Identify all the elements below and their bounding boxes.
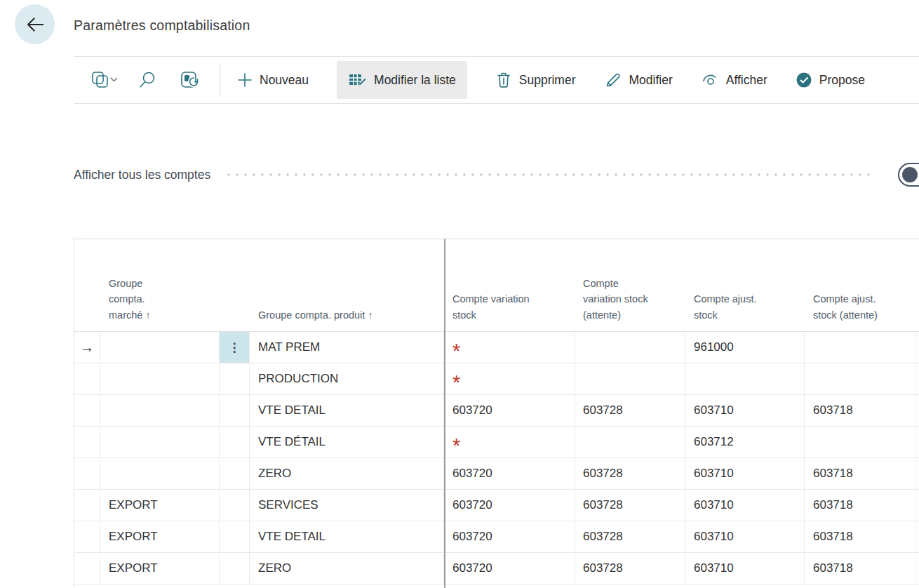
- back-button[interactable]: [15, 4, 55, 44]
- cell-var_stock_att[interactable]: [575, 427, 685, 457]
- column-header-produit[interactable]: Groupe compta. produit ↑: [250, 239, 444, 331]
- cell-produit[interactable]: VTE DETAIL: [250, 395, 444, 426]
- cell-ajust_stock_att[interactable]: [805, 363, 916, 394]
- cell-ajust_stock[interactable]: 603710: [685, 553, 805, 584]
- cell-filler: [916, 521, 919, 552]
- cell-ajust_stock[interactable]: 603710: [685, 458, 805, 489]
- column-header-ajust_stock[interactable]: Compte ajust. stock: [685, 239, 805, 331]
- cell-var_stock[interactable]: *: [444, 332, 575, 363]
- row-menu-cell[interactable]: [220, 490, 250, 521]
- cell-filler: [916, 553, 919, 584]
- show-all-accounts-toggle[interactable]: [898, 163, 919, 187]
- cell-ajust_stock_att[interactable]: [805, 427, 916, 457]
- cell-var_stock[interactable]: *: [444, 427, 575, 457]
- row-selector-cell[interactable]: [74, 395, 100, 426]
- cell-produit[interactable]: ZERO: [250, 458, 444, 489]
- cell-produit[interactable]: ZERO: [250, 553, 444, 584]
- delete-button[interactable]: Supprimer: [495, 61, 576, 99]
- row-menu-cell[interactable]: ⋮: [220, 332, 250, 363]
- edit-list-button[interactable]: Modifier la liste: [337, 61, 467, 99]
- row-menu-cell[interactable]: [220, 427, 250, 457]
- row-selector-cell[interactable]: [74, 427, 100, 457]
- cell-produit[interactable]: VTE DÉTAIL: [250, 427, 444, 457]
- cell-var_stock_att[interactable]: [575, 332, 685, 363]
- row-selector-cell[interactable]: [74, 553, 100, 584]
- cell-ajust_stock[interactable]: 603710: [685, 395, 805, 426]
- cell-marche[interactable]: [100, 363, 220, 394]
- ellipsis-menu-icon[interactable]: ⋮: [229, 342, 241, 354]
- current-row-indicator[interactable]: →: [74, 332, 100, 363]
- row-menu-cell[interactable]: [220, 395, 250, 426]
- row-menu-cell[interactable]: [220, 521, 250, 552]
- row-selector-cell[interactable]: [74, 363, 100, 394]
- cell-var_stock_att[interactable]: 603728: [575, 458, 685, 489]
- cell-ajust_stock[interactable]: 603710: [685, 490, 805, 521]
- cell-var_stock[interactable]: 603720: [444, 458, 575, 489]
- toolbar-divider: [220, 65, 220, 95]
- cell-var_stock[interactable]: 603720: [444, 521, 575, 552]
- table-row: VTE DÉTAIL*603712: [74, 427, 919, 458]
- cell-ajust_stock_att[interactable]: 603718: [805, 521, 916, 552]
- cell-marche[interactable]: [100, 395, 220, 426]
- cell-ajust_stock_att[interactable]: 603718: [805, 490, 916, 521]
- row-selector-cell[interactable]: [74, 490, 100, 521]
- cell-var_stock[interactable]: *: [444, 363, 575, 394]
- propose-button[interactable]: Propose: [796, 61, 865, 99]
- cell-ajust_stock[interactable]: 961000: [685, 332, 805, 363]
- column-header-var_stock[interactable]: Compte variation stock: [444, 239, 575, 331]
- cell-var_stock_att[interactable]: [575, 363, 685, 394]
- toggle-knob: [902, 167, 918, 182]
- row-selector-cell[interactable]: [74, 521, 100, 552]
- row-menu-cell[interactable]: [220, 458, 250, 489]
- view-button[interactable]: Afficher: [701, 61, 767, 99]
- column-header-marche[interactable]: Groupe compta. marché ↑: [100, 239, 220, 331]
- cell-marche[interactable]: EXPORT: [100, 490, 220, 521]
- cell-ajust_stock_att[interactable]: 603718: [805, 458, 916, 489]
- cell-var_stock_att[interactable]: 603728: [575, 553, 685, 584]
- column-header-menu: [220, 239, 250, 331]
- new-button-label: Nouveau: [260, 73, 309, 88]
- pages-switcher-icon[interactable]: [89, 69, 117, 91]
- cell-marche[interactable]: [100, 427, 220, 457]
- table-row: EXPORTSERVICES603720603728603710603718: [74, 490, 919, 521]
- row-menu-cell[interactable]: [220, 363, 250, 394]
- plus-icon: [237, 72, 253, 88]
- cell-var_stock[interactable]: 603720: [444, 395, 575, 426]
- cell-marche[interactable]: [100, 458, 220, 489]
- cell-ajust_stock_att[interactable]: 603718: [805, 553, 916, 584]
- right-arrow-icon: →: [80, 339, 95, 356]
- edit-button[interactable]: Modifier: [604, 61, 673, 99]
- new-button[interactable]: Nouveau: [237, 61, 309, 99]
- cell-produit[interactable]: PRODUCTION: [250, 363, 444, 394]
- cell-marche[interactable]: EXPORT: [100, 553, 220, 584]
- delete-button-label: Supprimer: [519, 73, 576, 88]
- cell-ajust_stock[interactable]: [685, 363, 805, 394]
- pencil-icon: [604, 71, 622, 89]
- search-icon[interactable]: [138, 70, 158, 90]
- cell-var_stock_att[interactable]: 603728: [575, 490, 685, 521]
- page: Paramètres comptabilisation: [0, 0, 919, 588]
- cell-ajust_stock_att[interactable]: [805, 332, 916, 363]
- cell-var_stock_att[interactable]: 603728: [575, 521, 685, 552]
- edit-table-icon: [348, 72, 367, 88]
- row-selector-cell[interactable]: [74, 458, 100, 489]
- cell-marche[interactable]: EXPORT: [100, 521, 220, 552]
- column-header-ajust_stock_att[interactable]: Compte ajust. stock (attente): [805, 239, 916, 331]
- cell-ajust_stock[interactable]: 603710: [685, 521, 805, 552]
- cell-var_stock[interactable]: 603720: [444, 490, 575, 521]
- row-menu-cell[interactable]: [220, 553, 250, 584]
- cell-ajust_stock[interactable]: 603712: [685, 427, 805, 457]
- toolbar: Nouveau Modifier la liste: [74, 56, 919, 104]
- column-header-var_stock_att[interactable]: Compte variation stock (attente): [575, 239, 685, 331]
- cell-filler: [916, 458, 919, 489]
- cell-produit[interactable]: MAT PREM: [250, 332, 444, 363]
- cell-var_stock_att[interactable]: 603728: [575, 395, 685, 426]
- cell-produit[interactable]: SERVICES: [250, 490, 444, 521]
- cell-ajust_stock_att[interactable]: 603718: [805, 395, 916, 426]
- check-circle-icon: [796, 72, 812, 88]
- cell-filler: [916, 332, 919, 363]
- cell-marche[interactable]: [100, 332, 220, 363]
- cell-produit[interactable]: VTE DETAIL: [250, 521, 444, 552]
- cell-var_stock[interactable]: 603720: [444, 553, 575, 584]
- analysis-layout-icon[interactable]: [179, 69, 200, 91]
